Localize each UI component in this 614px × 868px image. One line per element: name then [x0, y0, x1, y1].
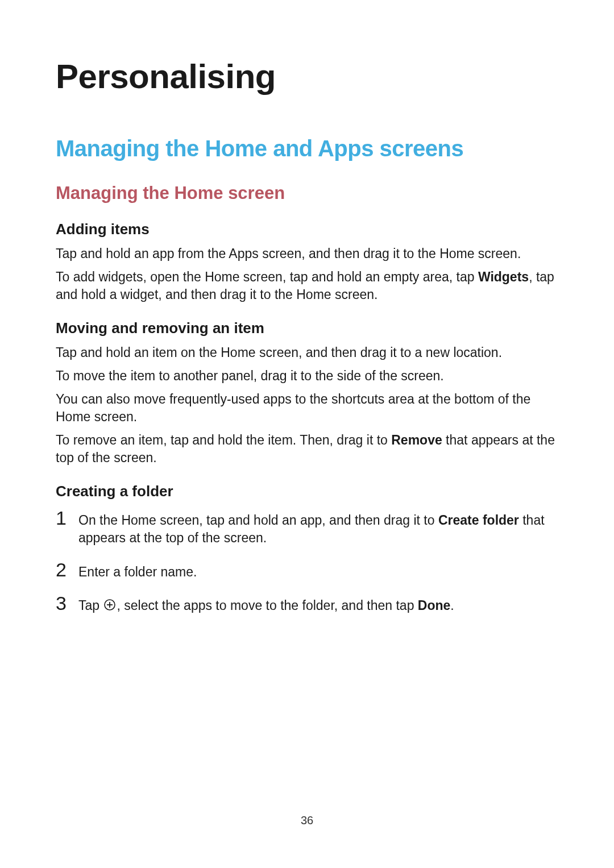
step-item: 1 On the Home screen, tap and hold an ap… [56, 508, 558, 547]
bold-text: Done [418, 598, 451, 613]
step-item: 2 Enter a folder name. [56, 560, 558, 581]
topic-adding-items: Adding items [56, 221, 558, 238]
step-text: On the Home screen, tap and hold an app,… [78, 508, 558, 547]
text: On the Home screen, tap and hold an app,… [78, 513, 438, 528]
document-page: Personalising Managing the Home and Apps… [0, 0, 614, 614]
step-number: 2 [56, 560, 78, 579]
text: . [450, 598, 454, 613]
topic-moving-removing: Moving and removing an item [56, 319, 558, 337]
step-number: 1 [56, 508, 78, 528]
bold-text: Create folder [438, 513, 519, 528]
bold-text: Widgets [478, 269, 529, 284]
paragraph: You can also move frequently-used apps t… [56, 391, 558, 426]
text: , select the apps to move to the folder,… [117, 598, 417, 613]
topic-creating-folder: Creating a folder [56, 483, 558, 500]
paragraph: Tap and hold an app from the Apps screen… [56, 245, 558, 263]
paragraph: To add widgets, open the Home screen, ta… [56, 268, 558, 304]
text: Tap [78, 598, 103, 613]
text: To remove an item, tap and hold the item… [56, 433, 391, 447]
paragraph: To move the item to another panel, drag … [56, 367, 558, 385]
subsection-heading: Managing the Home screen [56, 183, 558, 203]
bold-text: Remove [391, 433, 442, 447]
plus-circle-icon [104, 599, 115, 610]
section-heading: Managing the Home and Apps screens [56, 136, 558, 161]
step-number: 3 [56, 593, 78, 613]
page-number: 36 [0, 814, 614, 827]
step-list: 1 On the Home screen, tap and hold an ap… [56, 508, 558, 614]
text: To add widgets, open the Home screen, ta… [56, 269, 478, 284]
paragraph: To remove an item, tap and hold the item… [56, 431, 558, 467]
step-text: Enter a folder name. [78, 560, 197, 581]
step-text: Tap , select the apps to move to the fol… [78, 593, 454, 614]
paragraph: Tap and hold an item on the Home screen,… [56, 344, 558, 362]
chapter-title: Personalising [56, 57, 558, 96]
step-item: 3 Tap , select the apps to move to the f… [56, 593, 558, 614]
